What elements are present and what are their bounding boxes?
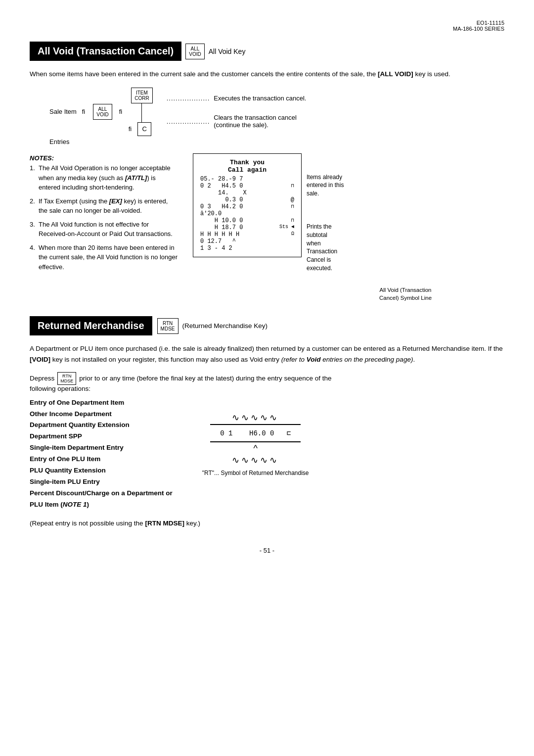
annotation1: Items alreadyentered in thissale. [307,173,349,198]
doc-number: EO1-11115 [30,20,504,26]
all-void-key-top: ALL [191,46,200,51]
operations-and-receipt: Entry of One Department Item Other Incom… [30,397,504,511]
notes-and-receipt: NOTES: The All Void Operation is no long… [30,153,504,276]
receipt-wavy-bottom: ∿∿∿∿∿ [232,455,279,466]
receipt-area: Thank you Call again 05.- 28.-9 7 0 2 H4… [193,153,349,276]
repeat-note: (Repeat entry is not possible using the … [30,520,504,527]
receipt-line1: 05.- 28.-9 7 [200,176,294,183]
item-corr-key: ITEM CORR [131,88,152,103]
op8: Single-item PLU Entry [30,476,173,488]
section2-title: Returned Merchandise [30,316,152,335]
flow-desc2: Clears the transaction cancel(continue t… [214,114,297,129]
receipt-small-content: 0 1 H6.0 0 ⊏ [210,424,301,442]
op6: Entry of One PLU Item [30,454,173,465]
all-void-key: ALL VOID [185,44,204,59]
op2: Other Income Department [30,409,173,420]
section1-title: All Void (Transaction Cancel) [30,42,181,61]
depress-text: prior to or any time (before the final k… [79,375,331,382]
op1: Entry of One Department Item [30,397,173,409]
op4: Department SPP [30,431,173,442]
notes-left: NOTES: The All Void Operation is no long… [30,153,178,276]
flow-diagram: Sale Item fi ALL VOID fi ITEM CORR fi C [49,88,504,145]
section2: Returned Merchandise RTN MDSE (Returned … [30,316,504,527]
all-void-flow-key: ALL VOID [93,104,112,120]
operations-list-container: Entry of One Department Item Other Incom… [30,397,173,511]
depress-row: Depress RTN MDSE prior to or any time (b… [30,372,504,392]
flow-desc1: Executes the transaction cancel. [214,94,306,102]
op7: PLU Quantity Extension [30,465,173,476]
section1-intro: When some items have been entered in the… [30,69,504,80]
section1-header: All Void (Transaction Cancel) ALL VOID A… [30,42,504,61]
flow-sale-label: Sale Item fi [49,108,85,115]
all-void-key-note: All Void Key [209,47,246,55]
page-number: - 51 - [30,547,504,554]
entries-label: Entries [49,138,69,145]
section1: All Void (Transaction Cancel) ALL VOID A… [30,42,504,301]
op5: Single-item Department Entry [30,442,173,454]
op9: Percent Discount/Charge on a Department … [30,488,173,499]
all-void-caption: All Void (TransactionCancel) Symbol Line [379,287,432,301]
depress-key: RTN MDSE [57,372,76,385]
c-key: C [137,122,151,136]
receipt-small-arrow: ^ [253,443,257,454]
receipt-wavy-top: ∿∿∿∿∿ [232,412,279,423]
rtn-mdse-key-top: RTN [163,321,173,326]
header-info: EO1-11115 MA-186-100 SERIES [30,20,504,32]
rtn-mdse-key: RTN MDSE [157,318,178,334]
op10: PLU Item (NOTE 1) [30,499,173,511]
op3: Department Quantity Extension [30,420,173,431]
rtn-mdse-key-bottom: MDSE [161,326,175,331]
annotation2: Prints the subtotalwhen TransactionCance… [307,223,349,273]
section2-header: Returned Merchandise RTN MDSE (Returned … [30,316,504,335]
rtn-mdse-key-note: (Returned Merchandise Key) [182,322,268,330]
receipt-thank-you: Thank you Call again [200,159,294,174]
caption-area: All Void (TransactionCancel) Symbol Line [307,285,504,301]
depress-label: Depress [30,375,54,382]
receipt-box: Thank you Call again 05.- 28.-9 7 0 2 H4… [193,153,302,257]
receipt-annotations: Items alreadyentered in thissale. Prints… [307,153,349,273]
series-number: MA-186-100 SERIES [30,26,504,32]
receipt-small-caption: "RT"... Symbol of Returned Merchandise [202,470,309,476]
small-receipt-area: ∿∿∿∿∿ 0 1 H6.0 0 ⊏ ^ ∿∿∿∿∿ "RT"... Symbo… [202,412,309,511]
following-ops: following operations: [30,385,504,392]
all-void-key-bottom: VOID [189,51,201,57]
section2-intro: A Department or PLU item once purchased … [30,343,504,365]
